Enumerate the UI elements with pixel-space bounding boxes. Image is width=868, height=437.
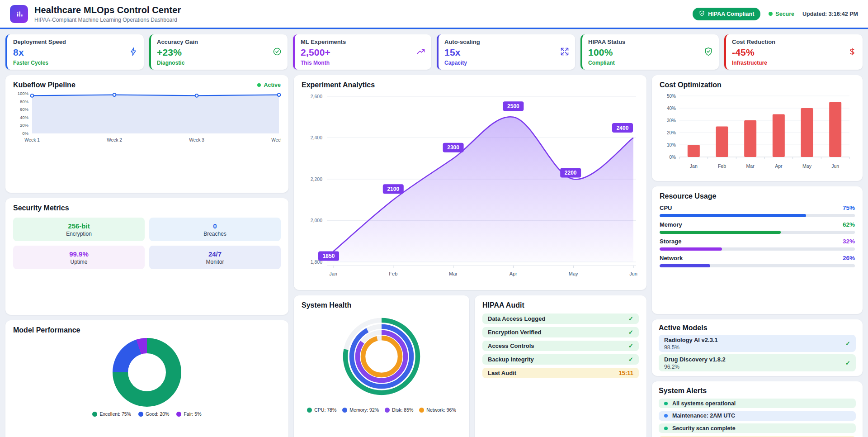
legend-label: Excellent: 75% [99, 411, 131, 417]
hipaa-audit-title: HIPAA Audit [482, 301, 639, 309]
kpi-value-row: 2,500+ [301, 47, 425, 58]
cost-optimization-chart[interactable]: 0%10%20%30%40%50%JanFebMarAprMayJun [660, 89, 855, 178]
kubeflow-pipeline-panel: Kubeflow Pipeline Active 0%20%40%60%80%1… [5, 75, 288, 193]
resource-label: Storage [660, 238, 681, 245]
metric-label: Monitor [206, 259, 224, 265]
svg-text:2,400: 2,400 [311, 135, 322, 140]
resource-row-storage: Storage32% [660, 238, 855, 251]
svg-text:2300: 2300 [447, 144, 459, 151]
left-column: Kubeflow Pipeline Active 0%20%40%60%80%1… [5, 75, 288, 437]
pipeline-status-label: Active [264, 82, 281, 88]
legend-item-cpu[interactable]: CPU: 78% [307, 407, 336, 413]
model-info: Drug Discovery v1.8.296.2% [664, 356, 726, 370]
svg-text:2,600: 2,600 [311, 94, 322, 99]
legend-item-good[interactable]: Good: 20% [138, 411, 170, 417]
svg-text:2500: 2500 [507, 103, 519, 109]
system-alerts-panel: System Alerts All systems operationalMai… [652, 381, 863, 437]
resource-percent: 75% [843, 204, 855, 211]
svg-text:40%: 40% [20, 115, 29, 120]
header-titles: Healthcare MLOps Control Center HIPAA-Co… [34, 5, 181, 23]
secure-status: Secure [769, 11, 794, 17]
audit-label: Backup Integrity [488, 356, 534, 363]
resource-row-memory: Memory62% [660, 221, 855, 234]
legend-item-fair[interactable]: Fair: 5% [176, 411, 201, 417]
resource-usage-list: CPU75%Memory62%Storage32%Network26% [660, 204, 855, 267]
kpi-label: HIPAA Status [588, 38, 713, 45]
legend-label: Disk: 85% [392, 407, 413, 413]
expand-icon [560, 47, 569, 58]
kpi-value: +23% [157, 47, 182, 58]
legend-item-network[interactable]: Network: 96% [419, 407, 456, 413]
check-icon: ✓ [628, 315, 633, 322]
security-metric-breaches: 0Breaches [149, 218, 281, 241]
updated-timestamp: Updated: 3:16:42 PM [802, 11, 858, 17]
experiment-analytics-chart[interactable]: 1,8002,0002,2002,4002,600JanFebMarAprMay… [302, 89, 639, 283]
legend-label: Fair: 5% [184, 411, 201, 417]
alert-dot-icon [664, 414, 668, 418]
resource-row-network: Network26% [660, 255, 855, 267]
svg-text:2400: 2400 [617, 125, 629, 131]
system-health-title: System Health [302, 301, 462, 309]
kpi-card-ml-experiments: ML Experiments2,500+This Month [293, 34, 431, 70]
metric-value: 24/7 [208, 250, 222, 258]
model-info: Radiology AI v2.3.198.5% [664, 337, 718, 351]
resource-label: Memory [660, 221, 682, 228]
progress-track [660, 247, 855, 251]
audit-row-data-access-logged: Data Access Logged✓ [482, 314, 639, 324]
header-status-area: HIPAA Compliant Secure Updated: 3:16:42 … [693, 8, 858, 20]
security-metric-encryption: 256-bitEncryption [13, 218, 145, 241]
alert-row-security-scan-complete: Security scan complete [659, 423, 856, 433]
audit-label: Data Access Logged [488, 315, 545, 322]
cost-optimization-panel: Cost Optimization 0%10%20%30%40%50%JanFe… [652, 75, 863, 181]
check-icon: ✓ [845, 360, 850, 366]
svg-text:Week 4: Week 4 [271, 138, 281, 142]
legend-swatch-icon [176, 412, 181, 417]
resource-usage-panel: Resource Usage CPU75%Memory62%Storage32%… [652, 186, 863, 314]
svg-text:2,200: 2,200 [311, 176, 322, 182]
cost-optimization-title: Cost Optimization [660, 81, 855, 89]
resource-row-head: Storage32% [660, 238, 855, 245]
page-subtitle: HIPAA-Compliant Machine Learning Operati… [34, 17, 181, 23]
kpi-value-row: -45% [732, 47, 857, 58]
resource-row-cpu: CPU75% [660, 204, 855, 217]
pipeline-status-badge: Active [257, 82, 281, 88]
kpi-subtitle: This Month [301, 60, 425, 66]
resource-row-head: Memory62% [660, 221, 855, 228]
kpi-label: Deployment Speed [13, 38, 138, 45]
progress-fill [660, 247, 722, 251]
check-icon: ✓ [628, 356, 633, 363]
legend-item-excellent[interactable]: Excellent: 75% [92, 411, 131, 417]
kpi-label: Cost Reduction [732, 38, 857, 45]
system-health-rings-chart[interactable] [341, 316, 422, 397]
legend-label: CPU: 78% [314, 407, 336, 413]
hipaa-compliant-badge[interactable]: HIPAA Compliant [693, 8, 760, 20]
legend-item-disk[interactable]: Disk: 85% [385, 407, 413, 413]
shield-check-icon [704, 47, 713, 58]
secure-dot-icon [769, 12, 773, 16]
metric-value: 0 [213, 222, 217, 230]
svg-text:20%: 20% [667, 130, 676, 135]
panel-grid: Kubeflow Pipeline Active 0%20%40%60%80%1… [5, 75, 863, 437]
alert-dot-icon [664, 427, 668, 430]
legend-swatch-icon [342, 408, 347, 413]
svg-text:Apr: Apr [775, 163, 783, 169]
kpi-label: Accuracy Gain [157, 38, 282, 45]
system-health-panel: System Health CPU: 78%Memory: 92%Disk: 8… [294, 295, 469, 437]
dollar-icon [848, 47, 857, 58]
legend-item-memory[interactable]: Memory: 92% [342, 407, 379, 413]
svg-text:2,000: 2,000 [311, 218, 322, 223]
check-icon: ✓ [845, 340, 850, 347]
svg-text:Jun: Jun [831, 163, 839, 169]
legend-label: Memory: 92% [349, 407, 379, 413]
svg-text:Feb: Feb [718, 163, 726, 169]
model-performance-donut-chart[interactable] [113, 338, 181, 407]
legend-swatch-icon [307, 408, 312, 413]
check-circle-icon [273, 47, 282, 58]
alert-row-all-systems-operational: All systems operational [659, 399, 856, 408]
audit-label: Access Controls [488, 342, 534, 349]
kpi-value: -45% [732, 47, 755, 58]
kubeflow-pipeline-chart[interactable]: 0%20%40%60%80%100%Week 1Week 2Week 3Week… [13, 89, 281, 145]
alert-row-maintenance-2am-utc: Maintenance: 2AM UTC [659, 411, 856, 421]
system-health-legend: CPU: 78%Memory: 92%Disk: 85%Network: 96% [302, 407, 462, 413]
experiment-analytics-panel: Experiment Analytics 1,8002,0002,2002,40… [294, 75, 646, 290]
